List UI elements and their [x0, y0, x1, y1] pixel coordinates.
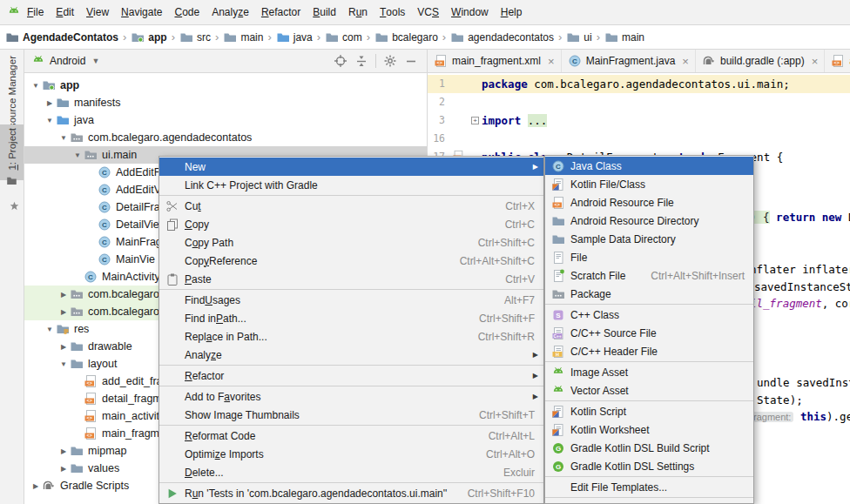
tree-expand-arrow-icon[interactable]: ▶ — [30, 482, 42, 490]
menu-item-paste[interactable]: PasteCtrl+V — [159, 270, 543, 288]
menu-item-vector-asset[interactable]: Vector Asset — [545, 381, 753, 400]
menubar-item-label: VCS — [417, 6, 439, 18]
menu-item-reformat-code[interactable]: Reformat CodeCtrl+Alt+L — [159, 427, 543, 445]
breadcrumb-item-agendadecontatos[interactable]: agendadecontatos — [450, 30, 554, 44]
menu-shortcut: Ctrl+Alt+Shift+C — [442, 255, 535, 267]
menu-item-aidl[interactable]: IAIDL▶ — [545, 499, 753, 504]
tree-expand-arrow-icon[interactable]: ▶ — [57, 291, 70, 299]
menubar-item-view[interactable]: View — [80, 0, 115, 24]
breadcrumb-item-src[interactable]: src — [179, 30, 211, 44]
breadcrumb-item-agendadecontatos[interactable]: AgendadeContatos — [5, 30, 118, 44]
menu-item-image-asset[interactable]: Image Asset — [545, 363, 753, 381]
collapse-all-button[interactable] — [353, 53, 370, 69]
menu-item-find-usages[interactable]: Find UsagesAlt+F7 — [159, 291, 543, 309]
menu-item-run-tests-in-com-bcalegaro-agendadeconta[interactable]: Run 'Tests in 'com.bcalegaro.agendadecon… — [159, 484, 543, 502]
tree-collapse-arrow-icon[interactable]: ▼ — [30, 82, 42, 90]
chevron-down-icon[interactable]: ▼ — [91, 57, 99, 65]
tree-row-java[interactable]: ▼java — [24, 111, 427, 129]
toolwindow-tab-1-project[interactable]: 1: Project — [0, 124, 24, 180]
editor-tab-main-fragment-xml[interactable]: <>main_fragment.xml× — [428, 50, 562, 72]
breadcrumb-item-app[interactable]: app — [131, 30, 166, 44]
locate-button[interactable] — [332, 53, 349, 69]
menubar-item-tools[interactable]: Tools — [374, 0, 411, 24]
menu-item-copy-path[interactable]: Copy PathCtrl+Shift+C — [159, 233, 543, 252]
menu-item-file[interactable]: File — [545, 248, 753, 266]
tree-collapse-arrow-icon[interactable]: ▼ — [57, 360, 70, 368]
code-fragment: savedInstanceSt — [754, 279, 850, 296]
menubar-item-help[interactable]: Help — [495, 0, 529, 24]
breadcrumb-item-main[interactable]: main — [604, 30, 644, 44]
menu-item-show-image-thumbnails[interactable]: Show Image ThumbnailsCtrl+Shift+T — [159, 406, 543, 424]
menu-item-gradle-kotlin-dsl-build-script[interactable]: GGradle Kotlin DSL Build Script — [545, 439, 753, 457]
fold-toggle[interactable]: + — [471, 117, 479, 124]
editor-tab-build-gradle-app[interactable]: build.gradle (:app)× — [696, 50, 825, 72]
code-fragment: State); — [757, 392, 803, 409]
menu-separator — [159, 289, 543, 290]
tree-expand-arrow-icon[interactable]: ▶ — [57, 343, 70, 351]
menu-item-new[interactable]: New▶ — [159, 158, 543, 176]
menu-item-package[interactable]: Package — [545, 285, 753, 303]
menu-item-android-resource-directory[interactable]: Android Resource Directory — [545, 212, 753, 230]
breadcrumb-item-java[interactable]: java — [276, 30, 313, 44]
menu-item-kotlin-script[interactable]: Kotlin Script — [545, 402, 753, 420]
menu-item-link-c-project-with-gradle[interactable]: Link C++ Project with Gradle — [159, 176, 543, 194]
menu-item-copy-reference[interactable]: Copy ReferenceCtrl+Alt+Shift+C — [159, 252, 543, 270]
tree-row-manifests[interactable]: ▶manifests — [24, 94, 427, 111]
menu-item-replace-in-path[interactable]: Replace in Path...Ctrl+Shift+R — [159, 327, 543, 346]
tree-collapse-arrow-icon[interactable]: ▼ — [57, 134, 70, 142]
menu-item-delete[interactable]: Delete...Excluir — [159, 463, 543, 481]
project-view-selector[interactable]: Android — [50, 55, 85, 67]
menu-item-sample-data-directory[interactable]: Sample Data Directory — [545, 230, 753, 248]
menu-item-c-c-source-file[interactable]: C++C/C++ Source File — [545, 324, 753, 342]
tree-expand-arrow-icon[interactable]: ▶ — [57, 308, 70, 316]
menubar-item-refactor[interactable]: Refactor — [255, 0, 307, 24]
tree-row-com-bcalegaro-agendadecontatos[interactable]: ▼com.bcalegaro.agendadecontatos — [24, 129, 427, 146]
favorites-stripe-button[interactable] — [7, 198, 21, 213]
tab-close-icon[interactable]: × — [812, 55, 819, 68]
tree-collapse-arrow-icon[interactable]: ▼ — [44, 117, 56, 124]
menu-item-android-resource-file[interactable]: <>Android Resource File — [545, 193, 753, 212]
menu-item-java-class[interactable]: CJava Class — [545, 157, 753, 175]
breadcrumb-item-bcalegaro[interactable]: bcalegaro — [374, 30, 438, 44]
menubar-item-build[interactable]: Build — [307, 0, 342, 24]
tree-row-app[interactable]: ▼app — [24, 77, 427, 94]
menubar-item-file[interactable]: File — [21, 0, 50, 24]
menu-item-analyze[interactable]: Analyze▶ — [159, 346, 543, 364]
breadcrumb-item-ui[interactable]: ui — [566, 30, 591, 44]
tab-close-icon[interactable]: × — [682, 55, 689, 68]
breadcrumb-item-com[interactable]: com — [325, 30, 362, 44]
menu-item-find-in-path[interactable]: Find in Path...Ctrl+Shift+F — [159, 309, 543, 327]
menu-item-kotlin-file-class[interactable]: Kotlin File/Class — [545, 175, 753, 193]
menu-item-c-class[interactable]: SC++ Class — [545, 306, 753, 324]
menubar-item-edit[interactable]: Edit — [50, 0, 80, 24]
menu-item-refactor[interactable]: Refactor▶ — [159, 366, 543, 385]
menu-item-scratch-file[interactable]: Scratch FileCtrl+Alt+Shift+Insert — [545, 266, 753, 285]
menubar-item-analyze[interactable]: Analyze — [206, 0, 255, 24]
menubar-item-run[interactable]: Run — [342, 0, 374, 24]
menubar-item-navigate[interactable]: Navigate — [115, 0, 168, 24]
menu-item-kotlin-worksheet[interactable]: Kotlin Worksheet — [545, 420, 753, 439]
toolwindow-tab-resource-manager[interactable]: Resource Manager — [0, 52, 24, 124]
tree-expand-arrow-icon[interactable]: ▶ — [44, 99, 56, 107]
breadcrumb-item-main[interactable]: main — [223, 30, 263, 44]
menu-item-optimize-imports[interactable]: Optimize ImportsCtrl+Alt+O — [159, 445, 543, 463]
menu-item-add-to-favorites[interactable]: Add to Favorites▶ — [159, 387, 543, 406]
tree-expand-arrow-icon[interactable]: ▶ — [57, 465, 70, 473]
menubar-item-window[interactable]: Window — [445, 0, 495, 24]
editor-tab-mainfragment-java[interactable]: CMainFragment.java× — [562, 50, 696, 72]
menubar-item-vcs[interactable]: VCS — [411, 0, 445, 24]
menu-item-cut[interactable]: CutCtrl+X — [159, 197, 543, 215]
menu-item-gradle-kotlin-dsl-settings[interactable]: GGradle Kotlin DSL Settings — [545, 457, 753, 475]
hide-button[interactable] — [402, 53, 420, 69]
tree-collapse-arrow-icon[interactable]: ▼ — [44, 326, 56, 333]
settings-button[interactable] — [381, 53, 399, 69]
tab-close-icon[interactable]: × — [548, 55, 555, 68]
menubar-item-code[interactable]: Code — [168, 0, 206, 24]
tree-expand-arrow-icon[interactable]: ▶ — [57, 447, 70, 455]
menu-item-c-c-header-file[interactable]: HC/C++ Header File — [545, 342, 753, 360]
label-part: T — [380, 6, 386, 18]
tree-collapse-arrow-icon[interactable]: ▼ — [71, 151, 84, 159]
menu-item-edit-file-templates[interactable]: Edit File Templates... — [545, 478, 753, 496]
menu-item-copy[interactable]: CopyCtrl+C — [159, 215, 543, 233]
editor-tab-a[interactable]: <>a× — [825, 50, 850, 72]
